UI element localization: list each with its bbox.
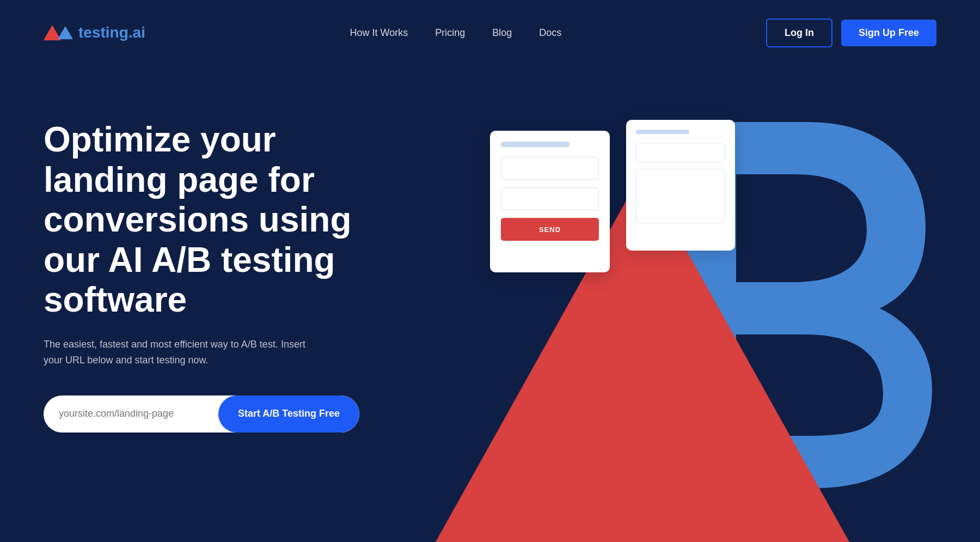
hero-visual: SEND xyxy=(381,65,980,542)
nav-link-how-it-works[interactable]: How It Works xyxy=(350,27,408,39)
card-a-send-button: SEND xyxy=(501,218,599,241)
logo-triangle-blue xyxy=(58,26,73,39)
url-input[interactable] xyxy=(44,408,218,419)
nav-link-blog[interactable]: Blog xyxy=(492,27,512,39)
card-b-text-area xyxy=(636,169,725,223)
hero-content: Optimize your landing page for conversio… xyxy=(44,87,381,433)
card-a-header-bar xyxy=(501,142,569,147)
card-b xyxy=(626,120,735,251)
card-b-input-1 xyxy=(636,143,725,162)
cta-bar: Start A/B Testing Free xyxy=(44,395,359,433)
hero-section: Optimize your landing page for conversio… xyxy=(0,65,980,542)
logo[interactable]: testing.ai xyxy=(44,24,145,41)
nav-actions: Log In Sign Up Free xyxy=(766,19,936,47)
nav-link-pricing[interactable]: Pricing xyxy=(435,27,465,39)
logo-icon xyxy=(44,25,73,40)
card-a-input-1 xyxy=(501,157,599,180)
card-a: SEND xyxy=(490,131,610,272)
logo-brand: testing xyxy=(78,24,128,41)
navbar: testing.ai How It Works Pricing Blog Doc… xyxy=(0,0,980,65)
login-button[interactable]: Log In xyxy=(766,19,832,47)
card-b-header-bar xyxy=(636,130,689,134)
nav-link-docs[interactable]: Docs xyxy=(539,27,561,39)
cta-button[interactable]: Start A/B Testing Free xyxy=(218,395,359,433)
nav-links: How It Works Pricing Blog Docs xyxy=(350,27,562,39)
hero-title: Optimize your landing page for conversio… xyxy=(44,120,381,320)
signup-button[interactable]: Sign Up Free xyxy=(841,20,936,46)
hero-subtitle: The easiest, fastest and most efficient … xyxy=(44,337,316,368)
logo-accent: .ai xyxy=(128,24,145,41)
card-a-input-2 xyxy=(501,187,599,210)
logo-text: testing.ai xyxy=(78,24,145,41)
